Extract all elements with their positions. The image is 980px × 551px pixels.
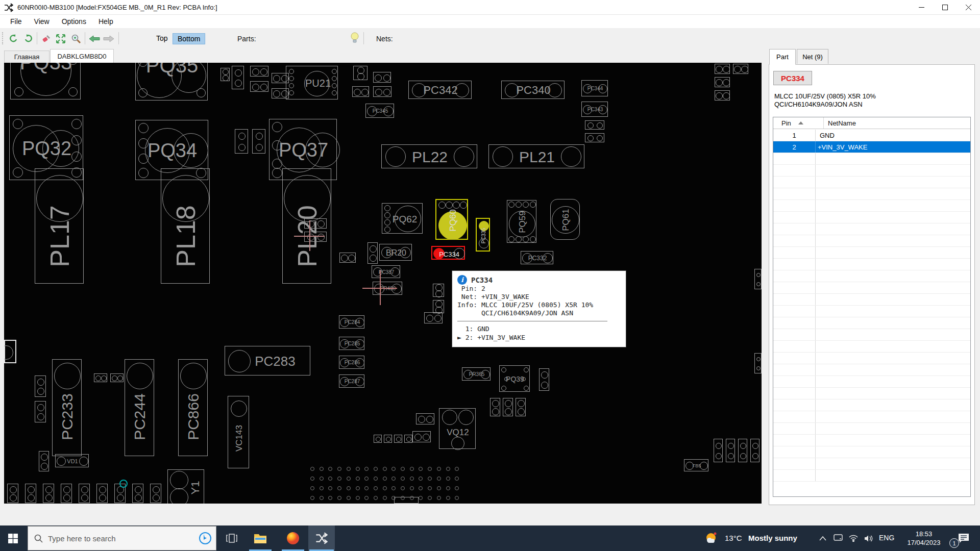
pin-table-empty-row[interactable] (773, 376, 970, 388)
pin-table-empty-row[interactable] (773, 294, 970, 306)
clear-highlight-button[interactable] (40, 32, 53, 45)
pcb-component-PQ59[interactable]: PQ59 (507, 200, 536, 243)
pcb-component-PQ62[interactable]: PQ62 (382, 203, 423, 234)
pcb-component-PC343[interactable]: PC343 (581, 102, 608, 117)
maximize-button[interactable] (933, 0, 957, 15)
pcb-component-PL21[interactable]: PL21 (488, 144, 584, 168)
pcb-component-VD1[interactable]: VD1 (55, 454, 89, 467)
pcb-component-VQ12[interactable]: VQ12 (439, 408, 476, 449)
pin-table-row[interactable]: 1GND (773, 130, 970, 141)
menu-file[interactable]: File (4, 16, 28, 27)
pcb-component-PC387[interactable]: PC387 (372, 265, 400, 278)
pin-table-empty-row[interactable] (773, 329, 970, 341)
pin-table-empty-row[interactable] (773, 306, 970, 317)
pcb-component-PC283[interactable]: PC283 (225, 346, 310, 375)
tray-volume-icon[interactable] (862, 525, 876, 551)
tray-chevron-icon[interactable] (816, 525, 830, 551)
close-button[interactable] (957, 0, 980, 15)
pin-table-empty-row[interactable] (773, 458, 970, 470)
pcb-component-PC344[interactable]: PC344 (581, 80, 608, 96)
fit-view-button[interactable] (54, 32, 67, 45)
firefox-icon[interactable] (280, 525, 306, 551)
forward-arrow-button[interactable] (102, 32, 115, 45)
weather-icon[interactable] (701, 525, 722, 551)
pin-table-row[interactable]: 2+VIN_3V_WAKE (773, 141, 970, 153)
layer-bottom-button[interactable]: Bottom (173, 33, 205, 44)
tab-part[interactable]: Part (769, 49, 796, 65)
pcb-component-PC334[interactable]: PC334 (431, 246, 465, 260)
pcb-component-PQ35[interactable]: PQ35 (135, 63, 208, 101)
bing-icon[interactable] (199, 532, 212, 545)
column-header-pin[interactable]: Pin (773, 117, 824, 129)
pcb-component-PC233[interactable]: PC233 (52, 359, 82, 456)
pcb-component-PC335[interactable]: PC335 (476, 218, 490, 252)
menu-view[interactable]: View (28, 16, 56, 27)
tray-monitor-icon[interactable] (831, 525, 845, 551)
pin-table-empty-row[interactable] (773, 423, 970, 435)
column-header-netname[interactable]: NetName (824, 117, 970, 129)
pcb-component-Y1[interactable]: Y1 (167, 469, 204, 504)
pcb-component-PC866[interactable]: PC866 (178, 359, 208, 456)
pin-table-empty-row[interactable] (773, 470, 970, 482)
pcb-component-PC340[interactable]: PC340 (501, 81, 565, 99)
pcb-component-PR365[interactable]: PR365 (462, 367, 491, 381)
file-explorer-icon[interactable] (247, 525, 274, 551)
pin-table-empty-row[interactable] (773, 223, 970, 235)
notifications-button[interactable]: 1 (953, 525, 974, 551)
pcb-component-PC285[interactable]: PC285 (339, 337, 364, 350)
pcb-component-BR20[interactable]: BR20 (379, 244, 412, 261)
pcb-component-PC345[interactable]: PC345 (365, 104, 394, 118)
pcb-component-PC332[interactable]: PC332 (521, 251, 553, 264)
pin-table-empty-row[interactable] (773, 282, 970, 294)
weather-desc[interactable]: Mostly sunny (748, 534, 797, 542)
pin-table-empty-row[interactable] (773, 259, 970, 270)
pin-table-empty-row[interactable] (773, 247, 970, 259)
layer-top-button[interactable]: Top (152, 33, 172, 43)
pcb-component-PL17[interactable]: PL17 (35, 168, 84, 284)
tray-clock[interactable]: 18:53 17/04/2023 (899, 530, 948, 547)
pcb-component-VC143[interactable]: VC143 (228, 396, 249, 468)
pcb-component-PU21[interactable]: PU21 (286, 66, 338, 99)
pcb-board-view[interactable]: PQ33PQ35PU21PC342PC340PC345PC344PC343PQ3… (4, 63, 762, 504)
doc-tab-DABKLGMB8D0[interactable]: DABKLGMB8D0 (50, 49, 114, 63)
rotate-left-button[interactable] (7, 32, 20, 45)
rotate-right-button[interactable] (21, 32, 35, 45)
pcb-component-PQ60[interactable]: PQ60 (435, 199, 468, 240)
pin-net-table[interactable]: PinNetName1GND2+VIN_3V_WAKE (773, 117, 971, 497)
pcb-component-PQ33[interactable]: PQ33 (10, 63, 81, 99)
pin-table-empty-row[interactable] (773, 341, 970, 353)
pin-table-empty-row[interactable] (773, 411, 970, 423)
minimize-button[interactable] (910, 0, 933, 15)
pcb-component-PC287[interactable]: PC287 (339, 374, 364, 388)
tray-language[interactable]: ENG (879, 534, 894, 542)
weather-temp[interactable]: 13°C (725, 534, 742, 542)
pin-table-empty-row[interactable] (773, 235, 970, 247)
pin-table-header[interactable]: PinNetName (773, 117, 970, 129)
part-ref-button[interactable]: PC334 (773, 71, 812, 85)
pin-table-empty-row[interactable] (773, 446, 970, 458)
boardviewer-app-icon[interactable] (308, 525, 335, 551)
lightbulb-icon[interactable] (348, 31, 361, 44)
tray-wifi-icon[interactable] (846, 525, 861, 551)
menu-options[interactable]: Options (56, 16, 92, 27)
pcb-component-PQ39[interactable]: PQ39 (499, 365, 530, 392)
zoom-search-button[interactable] (69, 32, 83, 45)
pin-table-empty-row[interactable] (773, 353, 970, 364)
taskbar-search-input[interactable]: Type here to search (28, 526, 216, 550)
pin-table-empty-row[interactable] (773, 212, 970, 223)
task-view-button[interactable] (220, 525, 243, 551)
start-button[interactable] (1, 525, 24, 551)
pin-table-empty-row[interactable] (773, 317, 970, 329)
pin-table-empty-row[interactable] (773, 165, 970, 177)
menu-help[interactable]: Help (92, 16, 119, 27)
pin-table-empty-row[interactable] (773, 270, 970, 282)
pin-table-empty-row[interactable] (773, 399, 970, 411)
pcb-component-FB5[interactable]: FB5 (684, 459, 708, 471)
pcb-component-PL18[interactable]: PL18 (161, 168, 210, 284)
doc-tab-Главная[interactable]: Главная (4, 51, 50, 63)
pin-table-empty-row[interactable] (773, 364, 970, 376)
pcb-component-PC286[interactable]: PC286 (339, 356, 364, 369)
pin-table-empty-row[interactable] (773, 177, 970, 188)
pin-table-empty-row[interactable] (773, 200, 970, 212)
pin-table-empty-row[interactable] (773, 153, 970, 165)
